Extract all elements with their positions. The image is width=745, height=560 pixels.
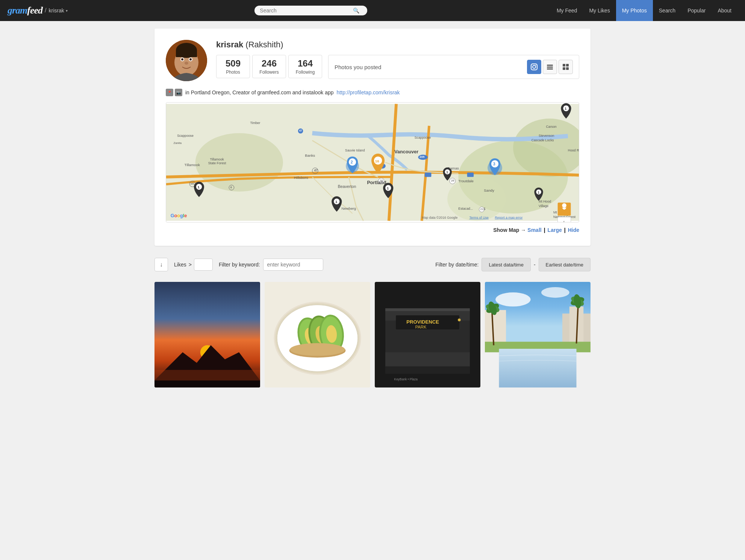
svg-text:Beaverton: Beaverton — [338, 184, 356, 189]
stat-box-following: 164 Following — [288, 55, 322, 78]
photo-thumb-4[interactable] — [485, 282, 591, 387]
map-container[interactable]: 47 5 5 205 205 14 84 30 30 — [166, 102, 579, 222]
svg-text:211: 211 — [480, 208, 485, 210]
search-input[interactable] — [260, 8, 350, 14]
svg-text:Timber: Timber — [250, 121, 260, 125]
sort-arrow-btn[interactable]: ↓ — [154, 258, 168, 271]
svg-text:47: 47 — [299, 129, 302, 132]
bio-section: 📍 📷 in Portland Oregon, Creator of gramf… — [166, 89, 579, 96]
date-label: Filter by date/time: — [435, 262, 478, 268]
date-separator: - — [534, 262, 536, 268]
keyword-filter: Filter by keyword: — [219, 259, 323, 271]
svg-point-11 — [536, 65, 536, 66]
following-label: Following — [295, 70, 315, 75]
nav-link-myphotos[interactable]: My Photos — [616, 0, 653, 21]
svg-text:1: 1 — [387, 186, 389, 190]
svg-text:101: 101 — [190, 182, 195, 185]
svg-rect-146 — [499, 349, 576, 387]
map-sep-2: | — [564, 227, 566, 233]
svg-text:1: 1 — [538, 191, 539, 194]
nav-link-mylikes[interactable]: My Likes — [583, 0, 616, 21]
stat-box-photos: 509 Photos — [216, 55, 250, 78]
map-hide[interactable]: Hide — [568, 227, 579, 233]
view-grid-btn[interactable] — [559, 60, 573, 74]
stats-row: 509 Photos 246 Followers 164 Following — [216, 55, 322, 78]
navbar-brand: gramfeed / krisrak ▾ — [8, 5, 68, 16]
svg-rect-136 — [385, 366, 470, 374]
nav-link-about[interactable]: About — [712, 0, 737, 21]
svg-rect-17 — [563, 67, 565, 70]
logo: gramfeed — [8, 5, 42, 16]
map-size-large[interactable]: Large — [548, 227, 562, 233]
svg-text:Google: Google — [171, 213, 187, 218]
logo-dropdown-icon[interactable]: ▾ — [66, 9, 68, 13]
photos-label: Photos — [223, 70, 243, 75]
profile-info: krisrak (Rakshith) 509 Photos 246 Follow… — [216, 40, 579, 79]
keyword-input[interactable] — [263, 259, 323, 271]
svg-text:16: 16 — [375, 159, 379, 163]
photo-thumb-3[interactable]: PROVIDENCE PARK KeyBank • Plaza — [375, 282, 480, 387]
svg-text:Banks: Banks — [305, 153, 315, 157]
profile-card: krisrak (Rakshith) 509 Photos 246 Follow… — [154, 29, 591, 246]
svg-text:KeyBank • Plaza: KeyBank • Plaza — [394, 377, 418, 381]
svg-text:1: 1 — [446, 170, 448, 174]
navbar-search: 🔍 — [71, 6, 551, 15]
photo-thumb-1[interactable] — [154, 282, 260, 387]
svg-rect-33 — [425, 173, 431, 177]
svg-text:1: 1 — [198, 185, 200, 189]
photos-panel: Photos you posted — [328, 55, 579, 79]
svg-text:3: 3 — [493, 162, 495, 166]
svg-rect-3 — [176, 50, 197, 57]
avatar — [166, 40, 207, 81]
nav-link-search[interactable]: Search — [653, 0, 681, 21]
svg-text:+: + — [562, 219, 566, 222]
earliest-date-btn[interactable]: Earliest date/time — [539, 258, 591, 271]
search-icon: 🔍 — [353, 8, 359, 14]
svg-point-6 — [181, 58, 183, 61]
likes-filter: Likes > — [174, 259, 213, 271]
keyword-label: Filter by keyword: — [219, 262, 260, 268]
svg-text:Village: Village — [539, 204, 548, 208]
svg-text:Estacad...: Estacad... — [458, 207, 473, 210]
followers-label: Followers — [259, 70, 279, 75]
svg-text:Sauvie Island: Sauvie Island — [345, 148, 365, 152]
svg-point-127 — [290, 343, 345, 356]
view-instagram-btn[interactable] — [527, 60, 541, 74]
svg-text:Sandy: Sandy — [484, 188, 494, 192]
show-map-text: Show Map → — [493, 227, 526, 233]
svg-text:Tillamook: Tillamook — [185, 163, 200, 167]
svg-point-7 — [189, 58, 192, 61]
svg-rect-14 — [547, 68, 553, 70]
view-list-btn[interactable] — [543, 60, 557, 74]
likes-input[interactable] — [194, 259, 213, 271]
svg-rect-18 — [566, 67, 569, 70]
svg-text:47: 47 — [314, 168, 318, 172]
svg-text:1: 1 — [565, 106, 567, 110]
svg-text:Hood R...: Hood R... — [568, 148, 579, 152]
nav-link-myfeed[interactable]: My Feed — [551, 0, 583, 21]
logo-slash: / — [45, 7, 46, 14]
bio-icon-2: 📷 — [175, 89, 182, 96]
svg-rect-112 — [154, 370, 260, 380]
logo-username[interactable]: krisrak — [49, 8, 64, 14]
profile-name: krisrak (Rakshith) — [216, 40, 579, 50]
svg-text:State Forest: State Forest — [208, 161, 226, 165]
map-size-small[interactable]: Small — [527, 227, 541, 233]
photo-thumb-2[interactable] — [265, 282, 370, 387]
likes-arrow: > — [189, 262, 192, 268]
svg-rect-15 — [563, 64, 565, 67]
svg-text:Troutdale: Troutdale — [458, 179, 474, 183]
svg-point-141 — [541, 287, 569, 298]
svg-rect-13 — [547, 67, 553, 68]
filter-bar: ↓ Likes > Filter by keyword: Filter by d… — [154, 253, 591, 276]
svg-point-104 — [562, 203, 566, 208]
svg-text:Scappoose: Scappoose — [415, 136, 431, 139]
svg-text:1: 1 — [335, 200, 338, 204]
profile-top: krisrak (Rakshith) 509 Photos 246 Follow… — [166, 40, 579, 81]
latest-date-btn[interactable]: Latest data/time — [482, 258, 531, 271]
bio-link[interactable]: http://profiletap.com/krisrak — [337, 89, 400, 95]
svg-point-8 — [185, 62, 188, 65]
following-count: 164 — [295, 58, 315, 69]
svg-text:205: 205 — [419, 155, 425, 159]
nav-link-popular[interactable]: Popular — [681, 0, 712, 21]
